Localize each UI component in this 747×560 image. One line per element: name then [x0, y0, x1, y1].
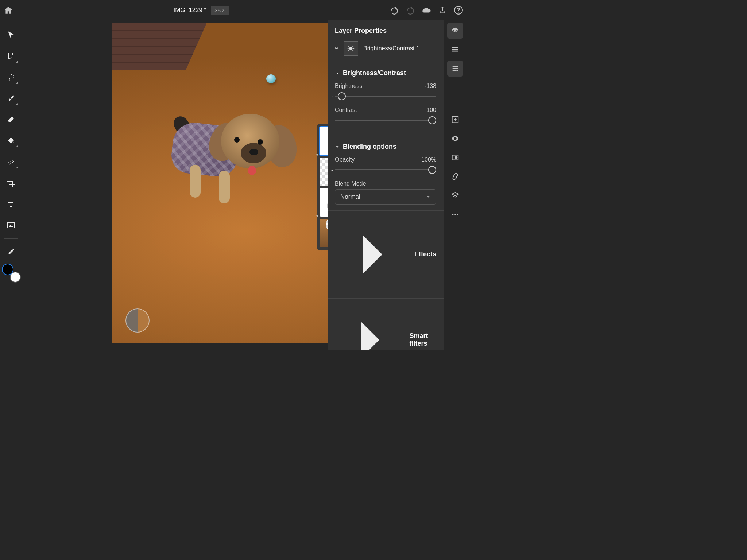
chevron-down-icon: [426, 194, 431, 199]
chevron-right-icon: [335, 304, 406, 350]
chevron-right-icon: [335, 217, 411, 292]
brightness-slider[interactable]: -: [335, 92, 436, 101]
cloud-icon[interactable]: [422, 5, 431, 15]
contrast-value[interactable]: 100: [426, 107, 436, 113]
adjustment-thumb: [344, 41, 358, 56]
toolbar-divider: [4, 238, 18, 239]
svg-line-7: [348, 46, 349, 47]
touch-shortcut[interactable]: [125, 308, 150, 332]
top-bar: IMG_1229 * 35%: [0, 0, 467, 20]
contrast-label: Contrast: [335, 107, 357, 113]
svg-line-8: [353, 50, 353, 51]
right-toolbar: [444, 20, 467, 350]
opacity-label: Opacity: [335, 156, 355, 163]
canvas-dog: [156, 81, 273, 201]
svg-point-11: [456, 66, 457, 67]
panel-title: Layer Properties: [335, 27, 436, 35]
section-effects[interactable]: Effects: [335, 211, 436, 298]
active-layer-name: Brightness/Contrast 1: [363, 45, 419, 52]
lasso-tool[interactable]: [1, 67, 21, 88]
opacity-slider[interactable]: -: [335, 165, 436, 175]
brightness-label: Brightness: [335, 83, 363, 89]
zoom-level[interactable]: 35%: [211, 6, 229, 15]
layers-panel-icon[interactable]: [447, 23, 463, 39]
svg-point-17: [452, 214, 454, 215]
adjustments-panel-icon[interactable]: [447, 61, 463, 77]
svg-point-18: [454, 214, 456, 215]
visibility-icon[interactable]: [447, 131, 463, 147]
brush-tool[interactable]: [1, 88, 21, 109]
color-swatches[interactable]: [3, 265, 19, 280]
document-title: IMG_1229 *: [174, 7, 207, 14]
section-smart-filters[interactable]: Smart filters: [335, 299, 436, 350]
svg-point-16: [455, 156, 457, 159]
eraser-tool[interactable]: [1, 109, 21, 130]
heal-tool[interactable]: [1, 152, 21, 172]
svg-point-19: [457, 214, 458, 215]
brightness-value[interactable]: -138: [425, 83, 436, 89]
chevron-down-icon: [335, 144, 340, 149]
properties-panel: Layer Properties Brightness/Contrast 1 B…: [328, 20, 444, 350]
svg-rect-0: [8, 160, 14, 164]
active-layer-row[interactable]: Brightness/Contrast 1: [335, 41, 436, 56]
share-icon[interactable]: [438, 5, 447, 15]
eyedropper-tool[interactable]: [1, 242, 21, 262]
svg-line-9: [348, 50, 349, 51]
clear-layer-icon[interactable]: [447, 187, 463, 203]
section-header-brightness[interactable]: Brightness/Contrast: [335, 69, 436, 77]
place-image-tool[interactable]: [1, 215, 21, 236]
opacity-value[interactable]: 100%: [421, 156, 436, 163]
svg-point-12: [454, 68, 455, 69]
section-header-blending[interactable]: Blending options: [335, 143, 436, 151]
svg-point-2: [349, 47, 352, 50]
mask-icon[interactable]: [447, 149, 463, 166]
clip-indicator-icon: [335, 47, 338, 50]
undo-icon[interactable]: [390, 5, 399, 15]
link-icon[interactable]: [447, 168, 463, 184]
more-icon[interactable]: [447, 206, 463, 222]
redo-icon: [406, 5, 415, 15]
clip-indicator-icon: [315, 212, 319, 216]
foreground-color[interactable]: [2, 264, 13, 275]
blendmode-select[interactable]: Normal: [335, 189, 436, 205]
transform-tool[interactable]: [1, 46, 21, 66]
section-blending: Blending options Opacity 100% - Blend Mo…: [335, 137, 436, 210]
home-icon[interactable]: [4, 5, 13, 15]
section-brightness-contrast: Brightness/Contrast Brightness -138 - Co…: [335, 63, 436, 137]
left-toolbar: [0, 20, 22, 350]
add-layer-icon[interactable]: [447, 112, 463, 128]
svg-point-13: [457, 70, 458, 71]
contrast-slider[interactable]: [335, 116, 436, 125]
blendmode-label: Blend Mode: [335, 180, 366, 187]
layer-stack-icon[interactable]: [447, 42, 463, 58]
crop-tool[interactable]: [1, 173, 21, 193]
svg-line-10: [353, 46, 353, 47]
type-tool[interactable]: [1, 194, 21, 214]
clip-indicator-icon: [315, 151, 319, 155]
fill-tool[interactable]: [1, 131, 21, 151]
move-tool[interactable]: [1, 25, 21, 45]
help-icon[interactable]: [454, 5, 463, 15]
svg-rect-1: [8, 223, 14, 228]
chevron-down-icon: [335, 71, 340, 76]
